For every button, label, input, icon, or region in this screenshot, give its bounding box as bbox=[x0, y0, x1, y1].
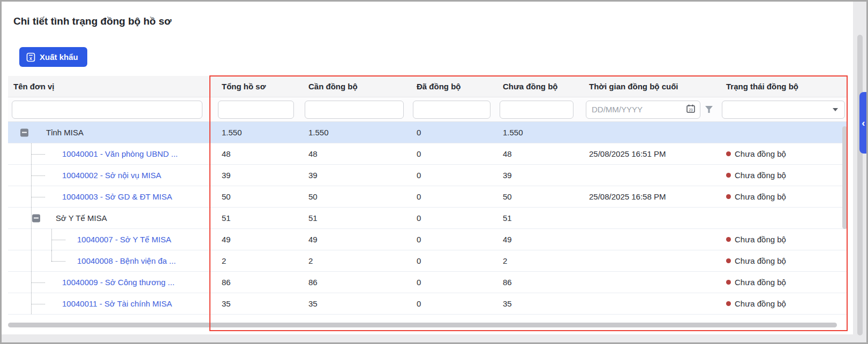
table-row: 10040009 - Sở Công thương ... 86 86 0 86… bbox=[8, 272, 847, 293]
chevron-left-icon: ‹ bbox=[862, 118, 865, 128]
synced-cell: 0 bbox=[411, 293, 498, 314]
tree-connector-stub bbox=[31, 197, 45, 197]
tree-connector-stub bbox=[51, 261, 65, 262]
unit-group-label: Tỉnh MISA bbox=[46, 128, 84, 137]
unit-link[interactable]: 10040002 - Sở nội vụ MISA bbox=[62, 171, 161, 180]
unit-link[interactable]: 10040011 - Sở Tài chính MISA bbox=[62, 299, 172, 308]
status-label: Chưa đồng bộ bbox=[735, 256, 786, 265]
unit-name-cell: 10040001 - Văn phòng UBND ... bbox=[8, 143, 210, 164]
unit-name-cell: Sở Y Tế MISA bbox=[8, 208, 210, 228]
column-header-last-sync-time: Thời gian đồng bộ cuối bbox=[581, 76, 718, 97]
table-row: Sở Y Tế MISA 51 51 0 51 bbox=[8, 208, 847, 229]
table-header-row: Tên đơn vị Tổng hồ sơ Cần đồng bộ Đã đồn… bbox=[8, 76, 847, 97]
not-synced-filter-input[interactable] bbox=[500, 101, 573, 119]
last-sync-time-cell bbox=[581, 229, 718, 250]
synced-cell: 0 bbox=[411, 229, 498, 250]
status-dot bbox=[726, 280, 731, 285]
sync-status-cell: Chưa đồng bộ bbox=[718, 165, 847, 186]
sync-status-cell: Chưa đồng bộ bbox=[718, 229, 847, 250]
sync-status-table: Tên đơn vị Tổng hồ sơ Cần đồng bộ Đã đồn… bbox=[8, 76, 847, 315]
column-header-sync-status: Trạng thái đồng bộ bbox=[718, 76, 847, 97]
unit-link[interactable]: 10040008 - Bệnh viện đa ... bbox=[77, 256, 176, 265]
tree-connector-line bbox=[31, 229, 32, 250]
side-panel-toggle[interactable]: ‹ bbox=[859, 92, 866, 154]
need-sync-cell: 39 bbox=[301, 165, 411, 186]
date-filter-input[interactable]: DD/MM/YYYY 23 bbox=[586, 101, 700, 119]
horizontal-scrollbar[interactable] bbox=[8, 323, 837, 327]
unit-link[interactable]: 10040003 - Sở GD & ĐT MISA bbox=[62, 192, 172, 201]
table-body: Tỉnh MISA 1.550 1.550 0 1.550 10040001 -… bbox=[8, 122, 847, 315]
status-label: Chưa đồng bộ bbox=[735, 278, 786, 287]
sync-status-cell: Chưa đồng bộ bbox=[718, 186, 847, 207]
synced-cell: 0 bbox=[411, 143, 498, 164]
unit-name-cell: 10040002 - Sở nội vụ MISA bbox=[8, 165, 210, 186]
unit-name-cell: 10040009 - Sở Công thương ... bbox=[8, 272, 210, 293]
chevron-down-icon bbox=[833, 108, 838, 111]
status-dot bbox=[726, 258, 731, 263]
status-dot bbox=[726, 237, 731, 242]
page-vertical-scrollbar[interactable] bbox=[857, 35, 863, 335]
status-label: Chưa đồng bộ bbox=[735, 299, 786, 308]
column-header-total-records: Tổng hồ sơ bbox=[210, 76, 301, 97]
total-records-filter-input[interactable] bbox=[218, 101, 294, 119]
unit-link[interactable]: 10040001 - Văn phòng UBND ... bbox=[62, 149, 178, 158]
tree-collapse-icon[interactable] bbox=[32, 214, 40, 222]
export-button[interactable]: x Xuất khẩu bbox=[19, 47, 87, 67]
sync-status-cell: Chưa đồng bộ bbox=[718, 250, 847, 271]
synced-cell: 0 bbox=[411, 186, 498, 207]
table-filter-row: DD/MM/YYYY 23 bbox=[8, 97, 847, 122]
unit-name-cell: 10040007 - Sở Y Tế MISA bbox=[8, 229, 210, 250]
need-sync-cell: 50 bbox=[301, 186, 411, 207]
status-dot bbox=[726, 194, 731, 199]
need-sync-filter-input[interactable] bbox=[305, 101, 404, 119]
sync-status-cell: Chưa đồng bộ bbox=[718, 143, 847, 164]
status-label: Chưa đồng bộ bbox=[735, 235, 786, 244]
unit-name-filter-input[interactable] bbox=[12, 101, 202, 119]
table-row: Tỉnh MISA 1.550 1.550 0 1.550 bbox=[8, 122, 847, 143]
synced-cell: 0 bbox=[411, 250, 498, 271]
svg-text:x: x bbox=[29, 55, 33, 61]
table-row: 10040001 - Văn phòng UBND ... 48 48 0 48… bbox=[8, 143, 847, 165]
svg-text:23: 23 bbox=[689, 108, 693, 111]
status-filter-select[interactable] bbox=[722, 101, 845, 119]
need-sync-cell: 51 bbox=[301, 208, 411, 228]
table-row: 10040002 - Sở nội vụ MISA 39 39 0 39 Chư… bbox=[8, 165, 847, 186]
table-row: 10040007 - Sở Y Tế MISA 49 49 0 49 Chưa … bbox=[8, 229, 847, 250]
unit-link[interactable]: 10040009 - Sở Công thương ... bbox=[62, 278, 175, 287]
unit-link[interactable]: 10040007 - Sở Y Tế MISA bbox=[77, 235, 171, 244]
total-records-cell: 48 bbox=[210, 143, 301, 164]
filter-funnel-icon[interactable] bbox=[705, 106, 713, 113]
synced-filter-input[interactable] bbox=[413, 101, 490, 119]
status-dot bbox=[726, 173, 731, 178]
last-sync-time-cell bbox=[581, 272, 718, 293]
total-records-cell: 1.550 bbox=[210, 122, 301, 143]
not-synced-cell: 35 bbox=[498, 293, 581, 314]
need-sync-cell: 2 bbox=[301, 250, 411, 271]
tree-connector-line bbox=[31, 208, 32, 228]
sync-status-cell bbox=[718, 208, 847, 228]
synced-cell: 0 bbox=[411, 122, 498, 143]
sync-status-cell: Chưa đồng bộ bbox=[718, 293, 847, 314]
not-synced-cell: 50 bbox=[498, 186, 581, 207]
not-synced-cell: 1.550 bbox=[498, 122, 581, 143]
unit-name-cell: 10040003 - Sở GD & ĐT MISA bbox=[8, 186, 210, 207]
page: Chi tiết tình trạng đồng bộ hồ sơ x Xuất… bbox=[2, 2, 853, 334]
calendar-icon[interactable]: 23 bbox=[686, 104, 696, 116]
not-synced-cell: 51 bbox=[498, 208, 581, 228]
last-sync-time-cell: 25/08/2025 16:51 PM bbox=[581, 143, 718, 164]
column-header-unit-name: Tên đơn vị bbox=[8, 76, 210, 97]
total-records-cell: 49 bbox=[210, 229, 301, 250]
date-filter-placeholder: DD/MM/YYYY bbox=[592, 105, 686, 114]
total-records-cell: 2 bbox=[210, 250, 301, 271]
tree-connector-stub bbox=[31, 154, 45, 155]
table-vertical-scrollbar[interactable] bbox=[842, 126, 847, 229]
tree-collapse-icon[interactable] bbox=[20, 128, 28, 136]
last-sync-time-cell bbox=[581, 293, 718, 314]
not-synced-cell: 2 bbox=[498, 250, 581, 271]
total-records-cell: 86 bbox=[210, 272, 301, 293]
column-header-not-synced: Chưa đồng bộ bbox=[498, 76, 581, 97]
status-dot bbox=[726, 151, 731, 156]
status-label: Chưa đồng bộ bbox=[735, 171, 786, 180]
not-synced-cell: 86 bbox=[498, 272, 581, 293]
need-sync-cell: 86 bbox=[301, 272, 411, 293]
